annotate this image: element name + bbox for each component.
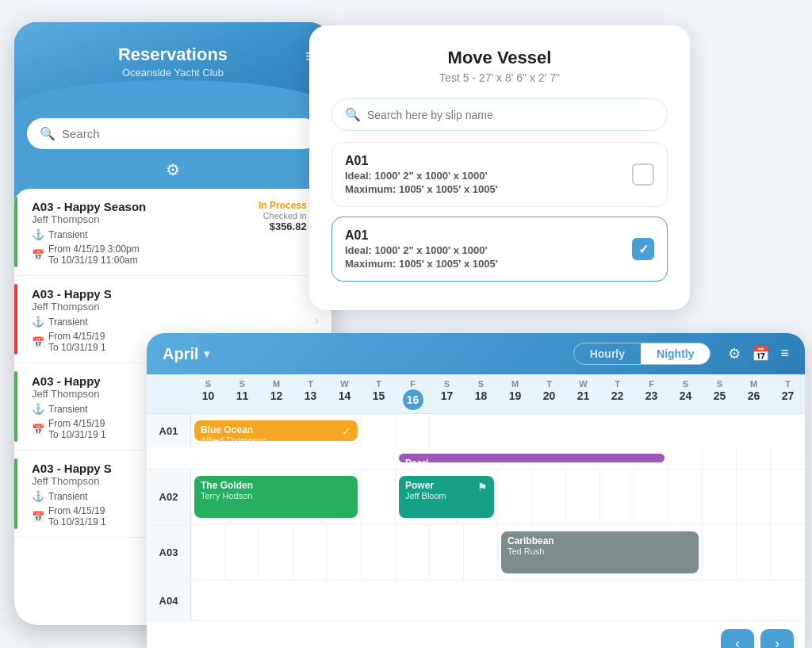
day-col-11: S 11 [225, 374, 259, 413]
empty-cell [362, 470, 396, 524]
empty-cell [771, 525, 805, 580]
day-col-12: M 12 [259, 374, 293, 413]
calendar-icon: 📅 [32, 511, 44, 523]
phone-search-input[interactable] [62, 127, 306, 140]
slip-maximum: Maximum: 1005' x 1005' x 1005' [345, 183, 498, 195]
reservation-status: In Process Checked in $356.82 [243, 200, 307, 232]
slip-name: A01 [345, 228, 498, 243]
empty-cell [668, 447, 703, 469]
chevron-down-icon: ▾ [204, 347, 209, 360]
slip-checkbox-checked[interactable] [632, 238, 654, 260]
calendar-prev-button[interactable]: ‹ [721, 629, 754, 648]
day-col-25: S 25 [703, 374, 737, 413]
day-col-22: T 22 [600, 374, 634, 413]
empty-cell [703, 447, 737, 469]
calendar-tabs: Hourly Nightly [573, 343, 711, 365]
flag-icon: ⚑ [477, 481, 488, 493]
move-vessel-panel: Move Vessel Test 5 - 27' x 8' 6" x 2' 7"… [309, 25, 690, 310]
phone-subtitle: Oceanside Yacht Club [30, 67, 316, 79]
day-col-13: T 13 [293, 374, 327, 413]
move-vessel-title: Move Vessel [331, 48, 668, 68]
calendar-row-a01: A01 Blue Ocean Alfred Thompson ✓ Pearl J… [147, 414, 805, 470]
slip-label-a04: A04 [147, 581, 191, 620]
event-title: Power [405, 480, 488, 491]
empty-cell [259, 525, 293, 580]
empty-cell [396, 414, 430, 447]
calendar-footer: ‹ › [147, 620, 805, 648]
event-blue-ocean[interactable]: Blue Ocean Alfred Thompson ✓ [194, 420, 358, 441]
event-title: The Golden [201, 480, 351, 491]
reservation-dates: 📅 From 4/15/19 3:00pm To 10/31/19 11:00a… [32, 243, 236, 266]
calendar-icon: 📅 [32, 424, 44, 435]
event-pearl[interactable]: Pearl John Robins [399, 454, 665, 462]
empty-cell [703, 525, 737, 580]
phone-search-bar: 🔍 [27, 118, 319, 149]
event-sub: Terry Hodson [201, 491, 351, 500]
chevron-right-icon: › [315, 313, 319, 328]
empty-cell [430, 525, 464, 580]
calendar-icon: 📅 [32, 249, 44, 261]
calendar-body: A01 Blue Ocean Alfred Thompson ✓ Pearl J… [147, 414, 805, 620]
settings-icon[interactable]: ⚙ [728, 345, 741, 362]
empty-cell [225, 525, 259, 580]
event-title: Pearl [405, 458, 658, 469]
empty-cell [464, 525, 498, 580]
status-bar [14, 371, 17, 442]
calendar-month[interactable]: April ▾ [163, 345, 209, 363]
calendar-icon[interactable]: 📅 [752, 345, 769, 362]
reservation-title: A03 - Happy Season [32, 200, 236, 213]
search-icon: 🔍 [345, 107, 361, 122]
slip-checkbox[interactable] [632, 163, 654, 186]
day-col-17: S 17 [430, 374, 464, 413]
cell-a02-teal: Power Jeff Bloom ⚑ [396, 470, 498, 524]
reservation-owner: Jeff Thompson [32, 213, 236, 225]
event-sub: Alfred Thompson [201, 435, 351, 445]
menu-icon[interactable]: ≡ [780, 345, 789, 362]
calendar-row-a02: A02 The Golden Terry Hodson Power Jeff B… [147, 470, 805, 525]
event-power[interactable]: Power Jeff Bloom ⚑ [399, 476, 494, 518]
empty-cell [191, 525, 225, 580]
day-col-20: T 20 [532, 374, 566, 413]
reservation-item[interactable]: A03 - Happy Season Jeff Thompson ⚓ Trans… [14, 189, 331, 276]
empty-cell [737, 447, 771, 469]
event-sub: Ted Rush [508, 546, 692, 556]
slip-label-a03: A03 [147, 525, 191, 580]
calendar-next-button[interactable]: › [760, 629, 794, 648]
reservation-title: A03 - Happy S [32, 287, 307, 301]
day-col-16-today: F 16 [396, 374, 430, 413]
day-col-24: S 24 [668, 374, 703, 413]
slip-label-header [147, 374, 191, 413]
move-vessel-search-input[interactable] [367, 109, 654, 121]
slip-ideal: Ideal: 1000' 2" x 1000' x 1000' [345, 244, 498, 256]
tab-nightly[interactable]: Nightly [641, 343, 710, 364]
slip-label-a02: A02 [147, 470, 191, 524]
event-caribbean[interactable]: Caribbean Ted Rush [501, 531, 699, 573]
event-title: Blue Ocean [201, 424, 351, 435]
empty-cell [362, 525, 396, 580]
slip-option[interactable]: A01 Ideal: 1000' 2" x 1000' x 1000' Maxi… [331, 142, 668, 207]
slip-info: A01 Ideal: 1000' 2" x 1000' x 1000' Maxi… [345, 228, 498, 270]
reservation-body: A03 - Happy Season Jeff Thompson ⚓ Trans… [27, 200, 236, 266]
calendar-icon-buttons: ⚙ 📅 ≡ [728, 345, 789, 362]
day-col-19: M 19 [498, 374, 532, 413]
anchor-icon: ⚓ [32, 490, 44, 502]
check-icon: ✓ [342, 425, 351, 438]
slip-option-selected[interactable]: A01 Ideal: 1000' 2" x 1000' x 1000' Maxi… [331, 217, 668, 282]
empty-cell [737, 525, 771, 580]
status-bar [14, 284, 17, 355]
slip-maximum: Maximum: 1005' x 1005' x 1005' [345, 258, 498, 270]
slip-name: A01 [345, 154, 498, 168]
anchor-icon: ⚓ [32, 316, 44, 328]
move-vessel-search-bar: 🔍 [331, 98, 668, 131]
slip-info: A01 Ideal: 1000' 2" x 1000' x 1000' Maxi… [345, 154, 498, 195]
day-col-27: T 27 [771, 374, 805, 413]
day-col-14: W 14 [327, 374, 362, 413]
tab-hourly[interactable]: Hourly [574, 343, 641, 364]
cell-a01-purple: Pearl John Robins [396, 447, 668, 469]
filter-icon[interactable]: ⚙ [166, 160, 180, 179]
empty-cell [362, 414, 396, 447]
day-col-18: S 18 [464, 374, 498, 413]
empty-cell [771, 447, 805, 469]
event-golden[interactable]: The Golden Terry Hodson [194, 476, 358, 518]
empty-cell [327, 525, 362, 580]
